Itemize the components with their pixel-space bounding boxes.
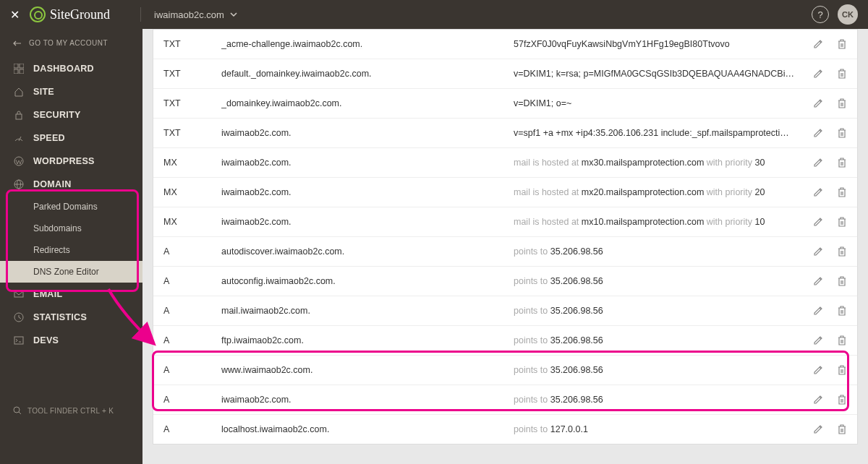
sidebar-item-site[interactable]: SITE — [0, 80, 142, 103]
close-icon[interactable]: ✕ — [10, 8, 20, 22]
sidebar-item-wordpress[interactable]: WORDPRESS — [0, 150, 142, 173]
edit-icon[interactable] — [812, 157, 824, 168]
mail-icon — [13, 288, 25, 300]
record-host: iwaimaob2c.com. — [221, 187, 514, 197]
record-actions — [796, 157, 847, 168]
delete-icon[interactable] — [837, 305, 847, 317]
delete-icon[interactable] — [837, 335, 847, 346]
delete-icon[interactable] — [837, 38, 847, 50]
record-type: A — [163, 395, 221, 405]
sidebar: GO TO MY ACCOUNT DASHBOARD SITE SECURITY… — [0, 29, 142, 464]
record-value: points to 35.206.98.56 — [514, 335, 796, 345]
help-button[interactable]: ? — [812, 6, 829, 23]
delete-icon[interactable] — [837, 127, 847, 139]
record-type: MX — [163, 187, 221, 197]
record-host: iwaimaob2c.com. — [221, 395, 514, 405]
dns-record-row: Aautodiscover.iwaimaob2c.com.points to 3… — [153, 237, 857, 267]
sidebar-item-speed[interactable]: SPEED — [0, 126, 142, 150]
sidebar-item-label: SITE — [33, 87, 54, 97]
delete-icon[interactable] — [837, 98, 847, 109]
delete-icon[interactable] — [837, 216, 847, 228]
grid-icon — [13, 63, 25, 74]
sidebar-item-security[interactable]: SECURITY — [0, 103, 142, 126]
record-host: iwaimaob2c.com. — [221, 158, 514, 168]
svg-point-11 — [14, 407, 20, 413]
record-value: points to 35.206.98.56 — [514, 246, 796, 257]
dns-record-row: MXiwaimaob2c.com.mail is hosted at mx20.… — [153, 178, 857, 207]
edit-icon[interactable] — [812, 98, 824, 109]
sidebar-sub-redirects[interactable]: Redirects — [0, 239, 142, 261]
delete-icon[interactable] — [837, 364, 847, 376]
edit-icon[interactable] — [812, 216, 824, 228]
record-host: default._domainkey.iwaimaob2c.com. — [221, 69, 514, 79]
edit-icon[interactable] — [812, 394, 824, 405]
globe-icon — [13, 179, 25, 190]
svg-rect-2 — [14, 69, 18, 74]
sidebar-item-domain[interactable]: DOMAIN — [0, 173, 142, 196]
record-host: _domainkey.iwaimaob2c.com. — [221, 98, 514, 108]
sidebar-item-devs[interactable]: DEVS — [0, 329, 142, 352]
domain-selector[interactable]: iwaimaob2c.com — [154, 9, 237, 20]
avatar-initials: CK — [842, 10, 854, 19]
record-type: MX — [163, 158, 221, 168]
logo[interactable]: SiteGround — [30, 7, 110, 22]
edit-icon[interactable] — [812, 275, 824, 287]
back-to-account-link[interactable]: GO TO MY ACCOUNT — [0, 29, 142, 57]
delete-icon[interactable] — [837, 157, 847, 168]
delete-icon[interactable] — [837, 246, 847, 257]
sidebar-item-email[interactable]: EMAIL — [0, 283, 142, 306]
record-actions — [796, 364, 847, 376]
sidebar-item-statistics[interactable]: STATISTICS — [0, 306, 142, 329]
edit-icon[interactable] — [812, 424, 824, 435]
record-value: points to 35.206.98.56 — [514, 306, 796, 316]
dns-record-row: MXiwaimaob2c.com.mail is hosted at mx10.… — [153, 207, 857, 237]
sidebar-sub-dns-zone-editor[interactable]: DNS Zone Editor — [0, 261, 142, 283]
svg-rect-1 — [20, 64, 24, 68]
record-value: points to 127.0.0.1 — [514, 424, 796, 434]
sidebar-item-label: DASHBOARD — [33, 64, 94, 74]
edit-icon[interactable] — [812, 127, 824, 139]
edit-icon[interactable] — [812, 38, 824, 50]
topbar: ✕ SiteGround iwaimaob2c.com ? CK — [0, 0, 868, 29]
record-type: A — [163, 276, 221, 286]
record-actions — [796, 335, 847, 346]
sidebar-item-label: WORDPRESS — [33, 156, 95, 166]
sidebar-sub-subdomains[interactable]: Subdomains — [0, 218, 142, 239]
search-icon — [13, 406, 22, 415]
record-host: iwaimaob2c.com. — [221, 128, 514, 138]
question-icon: ? — [817, 9, 822, 20]
dns-record-row: Aautoconfig.iwaimaob2c.com.points to 35.… — [153, 267, 857, 296]
record-value: points to 35.206.98.56 — [514, 276, 796, 286]
record-host: autodiscover.iwaimaob2c.com. — [221, 246, 514, 257]
delete-icon[interactable] — [837, 186, 847, 198]
dns-record-row: TXT_domainkey.iwaimaob2c.com.v=DKIM1; o=… — [153, 89, 857, 119]
chevron-down-icon — [230, 11, 237, 18]
delete-icon[interactable] — [837, 424, 847, 435]
edit-icon[interactable] — [812, 364, 824, 376]
edit-icon[interactable] — [812, 335, 824, 346]
record-value: v=DKIM1; k=rsa; p=MIGfMA0GCSqGSIb3DQEBAQ… — [514, 69, 796, 79]
record-value: v=DKIM1; o=~ — [514, 98, 796, 108]
edit-icon[interactable] — [812, 186, 824, 198]
edit-icon[interactable] — [812, 68, 824, 80]
svg-rect-4 — [16, 114, 22, 119]
record-actions — [796, 305, 847, 317]
avatar[interactable]: CK — [838, 4, 858, 25]
sidebar-sub-parked-domains[interactable]: Parked Domains — [0, 196, 142, 218]
sidebar-item-label: SPEED — [33, 133, 65, 143]
lock-icon — [13, 109, 25, 121]
main-content: TXT_acme-challenge.iwaimaob2c.com.57fzXF… — [142, 29, 868, 464]
edit-icon[interactable] — [812, 305, 824, 317]
dns-record-row: TXT_acme-challenge.iwaimaob2c.com.57fzXF… — [153, 30, 857, 59]
dns-records-table: TXT_acme-challenge.iwaimaob2c.com.57fzXF… — [153, 29, 858, 444]
delete-icon[interactable] — [837, 68, 847, 80]
record-host: ftp.iwaimaob2c.com. — [221, 335, 514, 345]
sidebar-item-dashboard[interactable]: DASHBOARD — [0, 57, 142, 80]
delete-icon[interactable] — [837, 275, 847, 287]
tool-finder[interactable]: TOOL FINDER CTRL + K — [0, 400, 142, 421]
svg-rect-0 — [14, 64, 18, 68]
record-actions — [796, 246, 847, 257]
delete-icon[interactable] — [837, 394, 847, 405]
edit-icon[interactable] — [812, 246, 824, 257]
record-host: www.iwaimaob2c.com. — [221, 365, 514, 375]
